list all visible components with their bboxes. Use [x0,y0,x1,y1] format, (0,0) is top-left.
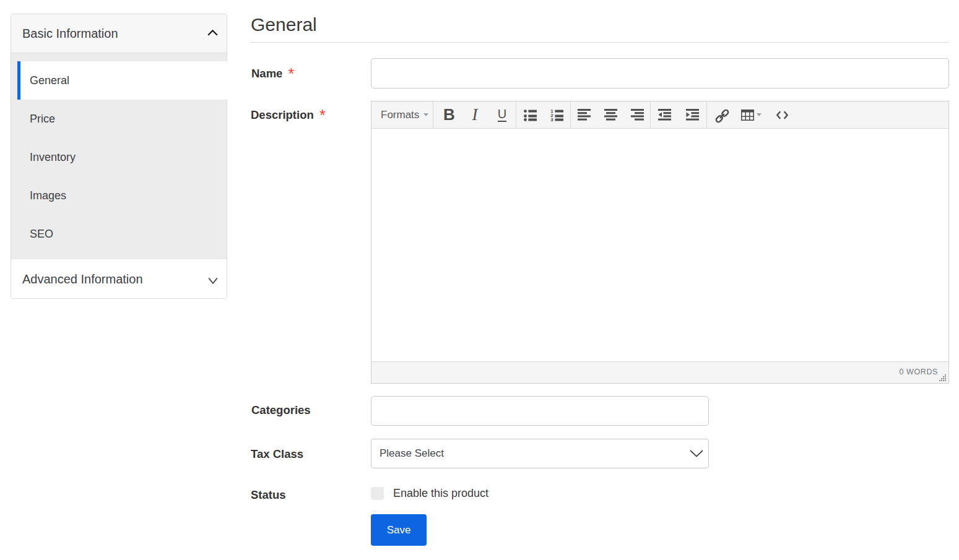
svg-text:3: 3 [550,117,553,121]
